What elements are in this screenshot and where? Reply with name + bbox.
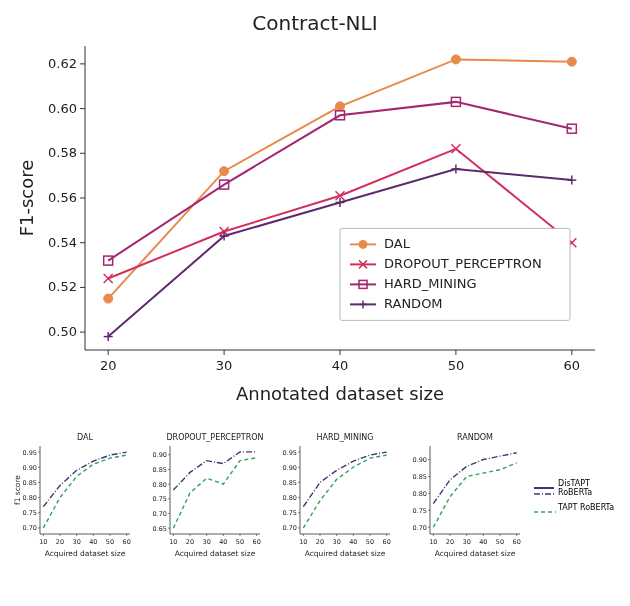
svg-text:50: 50 bbox=[106, 538, 114, 546]
svg-text:0.95: 0.95 bbox=[23, 449, 37, 457]
small-chart-dal: DAL0.700.750.800.850.900.95102030405060A… bbox=[14, 430, 134, 560]
svg-text:10: 10 bbox=[169, 538, 177, 546]
svg-text:RANDOM: RANDOM bbox=[457, 433, 493, 442]
svg-text:30: 30 bbox=[216, 358, 233, 373]
svg-text:0.80: 0.80 bbox=[153, 481, 167, 489]
svg-text:0.52: 0.52 bbox=[48, 279, 77, 294]
small-chart-random: RANDOM0.700.750.800.850.90102030405060Ac… bbox=[404, 430, 524, 560]
svg-text:HARD_MINING: HARD_MINING bbox=[384, 276, 477, 291]
svg-text:0.65: 0.65 bbox=[153, 525, 167, 533]
svg-text:30: 30 bbox=[203, 538, 211, 546]
svg-text:30: 30 bbox=[333, 538, 341, 546]
svg-text:F1-score: F1-score bbox=[16, 160, 37, 237]
svg-point-30 bbox=[220, 167, 229, 176]
svg-text:0.90: 0.90 bbox=[23, 464, 37, 472]
svg-text:0.80: 0.80 bbox=[23, 494, 37, 502]
main-chart: Contract-NLI0.500.520.540.560.580.600.62… bbox=[15, 10, 615, 410]
legend-label-distapt: DisTAPT RoBERTa bbox=[558, 479, 620, 497]
svg-text:DROPOUT_PERCEPTRON: DROPOUT_PERCEPTRON bbox=[384, 256, 542, 271]
svg-text:40: 40 bbox=[349, 538, 357, 546]
svg-text:20: 20 bbox=[316, 538, 324, 546]
svg-text:0.50: 0.50 bbox=[48, 324, 77, 339]
svg-text:60: 60 bbox=[253, 538, 261, 546]
svg-text:HARD_MINING: HARD_MINING bbox=[317, 433, 374, 442]
svg-point-29 bbox=[104, 294, 113, 303]
main-chart-svg: Contract-NLI0.500.520.540.560.580.600.62… bbox=[15, 10, 615, 410]
small-legend: DisTAPT RoBERTa TAPT RoBERTa bbox=[534, 430, 620, 560]
svg-text:0.70: 0.70 bbox=[283, 524, 297, 532]
svg-text:0.70: 0.70 bbox=[153, 510, 167, 518]
svg-text:0.75: 0.75 bbox=[153, 495, 167, 503]
svg-text:20: 20 bbox=[100, 358, 117, 373]
svg-text:0.75: 0.75 bbox=[23, 509, 37, 517]
legend-item-distapt: DisTAPT RoBERTa bbox=[534, 479, 620, 497]
svg-text:10: 10 bbox=[429, 538, 437, 546]
svg-text:10: 10 bbox=[299, 538, 307, 546]
svg-text:Acquired dataset size: Acquired dataset size bbox=[435, 549, 516, 558]
svg-point-31 bbox=[336, 102, 345, 111]
svg-text:0.70: 0.70 bbox=[413, 524, 427, 532]
svg-text:40: 40 bbox=[219, 538, 227, 546]
svg-text:40: 40 bbox=[89, 538, 97, 546]
svg-text:0.90: 0.90 bbox=[153, 451, 167, 459]
svg-text:60: 60 bbox=[383, 538, 391, 546]
svg-point-33 bbox=[567, 57, 576, 66]
svg-text:f1 score: f1 score bbox=[14, 475, 22, 505]
svg-text:DAL: DAL bbox=[384, 236, 411, 251]
legend-label-tapt: TAPT RoBERTa bbox=[558, 503, 614, 512]
svg-text:Acquired dataset size: Acquired dataset size bbox=[45, 549, 126, 558]
svg-text:60: 60 bbox=[123, 538, 131, 546]
svg-text:10: 10 bbox=[39, 538, 47, 546]
svg-text:0.90: 0.90 bbox=[283, 464, 297, 472]
svg-text:20: 20 bbox=[186, 538, 194, 546]
svg-text:40: 40 bbox=[332, 358, 349, 373]
svg-text:0.54: 0.54 bbox=[48, 235, 77, 250]
svg-text:50: 50 bbox=[496, 538, 504, 546]
svg-text:0.85: 0.85 bbox=[283, 479, 297, 487]
svg-point-32 bbox=[451, 55, 460, 64]
svg-text:0.75: 0.75 bbox=[413, 507, 427, 515]
svg-text:20: 20 bbox=[446, 538, 454, 546]
svg-text:0.75: 0.75 bbox=[283, 509, 297, 517]
svg-text:DAL: DAL bbox=[77, 433, 93, 442]
svg-text:0.56: 0.56 bbox=[48, 190, 77, 205]
svg-text:60: 60 bbox=[564, 358, 581, 373]
svg-point-61 bbox=[359, 240, 367, 248]
svg-text:RANDOM: RANDOM bbox=[384, 296, 443, 311]
svg-text:Acquired dataset size: Acquired dataset size bbox=[305, 549, 386, 558]
svg-text:0.70: 0.70 bbox=[23, 524, 37, 532]
svg-text:0.95: 0.95 bbox=[283, 449, 297, 457]
svg-text:0.62: 0.62 bbox=[48, 56, 77, 71]
svg-text:Acquired dataset size: Acquired dataset size bbox=[175, 549, 256, 558]
svg-text:20: 20 bbox=[56, 538, 64, 546]
svg-rect-59 bbox=[340, 228, 570, 320]
svg-text:Contract-NLI: Contract-NLI bbox=[252, 11, 377, 35]
svg-text:30: 30 bbox=[463, 538, 471, 546]
small-chart-dropout: DROPOUT_PERCEPTRON0.650.700.750.800.850.… bbox=[144, 430, 264, 560]
small-chart-hard: HARD_MINING0.700.750.800.850.900.9510203… bbox=[274, 430, 394, 560]
svg-text:0.58: 0.58 bbox=[48, 145, 77, 160]
svg-text:50: 50 bbox=[366, 538, 374, 546]
svg-text:30: 30 bbox=[73, 538, 81, 546]
svg-text:0.60: 0.60 bbox=[48, 101, 77, 116]
svg-text:50: 50 bbox=[448, 358, 465, 373]
svg-text:0.90: 0.90 bbox=[413, 456, 427, 464]
legend-item-tapt: TAPT RoBERTa bbox=[534, 503, 620, 512]
svg-text:50: 50 bbox=[236, 538, 244, 546]
small-multiples-row: DAL0.700.750.800.850.900.95102030405060A… bbox=[10, 430, 620, 560]
svg-text:60: 60 bbox=[513, 538, 521, 546]
svg-text:0.80: 0.80 bbox=[283, 494, 297, 502]
svg-text:0.85: 0.85 bbox=[153, 466, 167, 474]
legend-swatch-distapt bbox=[534, 487, 554, 489]
svg-text:0.85: 0.85 bbox=[413, 473, 427, 481]
svg-text:0.85: 0.85 bbox=[23, 479, 37, 487]
svg-text:0.80: 0.80 bbox=[413, 490, 427, 498]
svg-text:40: 40 bbox=[479, 538, 487, 546]
svg-text:Annotated dataset size: Annotated dataset size bbox=[236, 383, 444, 404]
svg-text:DROPOUT_PERCEPTRON: DROPOUT_PERCEPTRON bbox=[166, 433, 263, 442]
